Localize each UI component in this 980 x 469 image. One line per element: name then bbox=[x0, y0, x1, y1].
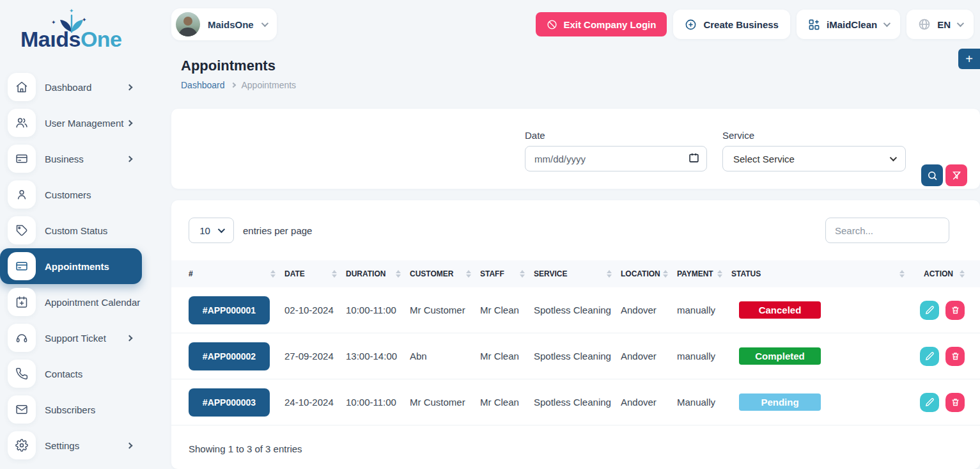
delete-button[interactable] bbox=[945, 393, 965, 412]
service-select[interactable]: Select Service bbox=[722, 146, 906, 171]
table-row: #APP000003 24-10-2024 10:00-11:00 Mr Cus… bbox=[171, 379, 980, 425]
tag-icon bbox=[8, 216, 36, 244]
delete-button[interactable] bbox=[945, 347, 965, 366]
sidebar-item-business[interactable]: Business bbox=[0, 141, 142, 177]
edit-button[interactable] bbox=[920, 347, 939, 366]
column-header[interactable]: DURATION bbox=[346, 269, 385, 278]
sort-icon[interactable] bbox=[899, 270, 905, 278]
cell-date: 24-10-2024 bbox=[284, 397, 346, 408]
appointment-id-badge[interactable]: #APP000001 bbox=[189, 296, 270, 324]
chevron-right-icon bbox=[127, 442, 133, 449]
column-header[interactable]: ACTION bbox=[924, 269, 953, 278]
table-controls: 10 entries per page bbox=[171, 218, 980, 243]
headset-icon bbox=[8, 324, 36, 352]
sidebar-item-dashboard[interactable]: Dashboard bbox=[0, 69, 142, 105]
cell-customer: Mr Customer bbox=[410, 305, 480, 315]
brand-logo[interactable]: MaıdsOne ✦ ✦ ✦ bbox=[0, 6, 163, 58]
sidebar-item-appointment-calendar[interactable]: Appointment Calendar bbox=[0, 284, 142, 320]
appointment-id-badge[interactable]: #APP000002 bbox=[189, 342, 270, 370]
sort-icon[interactable] bbox=[332, 270, 337, 278]
sidebar-item-label: Subscribers bbox=[45, 404, 95, 415]
cell-duration: 13:00-14:00 bbox=[346, 351, 410, 362]
column-header[interactable]: DATE bbox=[284, 269, 305, 278]
cell-location: Andover bbox=[621, 305, 677, 315]
sidebar-item-label: Custom Status bbox=[45, 225, 107, 236]
date-label: Date bbox=[525, 130, 707, 141]
sidebar-item-label: Settings bbox=[45, 440, 79, 451]
chevron-down-icon bbox=[261, 20, 268, 27]
sort-icon[interactable] bbox=[520, 270, 525, 278]
cell-customer: Mr Customer bbox=[410, 397, 480, 408]
sort-icon[interactable] bbox=[717, 270, 722, 278]
cell-service: Spotless Cleaning bbox=[534, 305, 621, 315]
cell-date: 27-09-2024 bbox=[284, 351, 346, 362]
column-header[interactable]: STATUS bbox=[731, 269, 761, 278]
app-root: MaıdsOne ✦ ✦ ✦ Dashboard User Management… bbox=[0, 0, 980, 469]
search-icon bbox=[927, 170, 938, 181]
entries-per-page-label: entries per page bbox=[243, 225, 312, 236]
status-badge: Canceled bbox=[739, 301, 821, 319]
sidebar-item-label: Support Ticket bbox=[45, 333, 106, 344]
column-header[interactable]: PAYMENT bbox=[677, 269, 713, 278]
cell-customer: Abn bbox=[410, 351, 480, 362]
status-badge: Completed bbox=[739, 347, 821, 365]
appointments-icon bbox=[8, 252, 36, 280]
create-business-button[interactable]: Create Business bbox=[673, 10, 790, 39]
credit-card-icon bbox=[8, 145, 36, 173]
column-header[interactable]: LOCATION bbox=[621, 269, 660, 278]
breadcrumb-dashboard-link[interactable]: Dashboard bbox=[181, 80, 225, 90]
exit-company-login-button[interactable]: Exit Company Login bbox=[536, 12, 667, 36]
sidebar-item-subscribers[interactable]: Subscribers bbox=[0, 392, 142, 427]
sort-icon[interactable] bbox=[466, 270, 471, 278]
chevron-right-icon bbox=[127, 84, 133, 90]
user-photo-avatar bbox=[176, 12, 200, 36]
sidebar-item-custom-status[interactable]: Custom Status bbox=[0, 212, 142, 248]
edit-button[interactable] bbox=[920, 301, 939, 320]
appointments-table-card: 10 entries per page # DATE DURATION CUST… bbox=[171, 200, 980, 469]
column-header[interactable]: CUSTOMER bbox=[410, 269, 453, 278]
sort-icon[interactable] bbox=[396, 270, 401, 278]
add-appointment-button[interactable]: + bbox=[958, 49, 980, 69]
sidebar-item-customers[interactable]: Customers bbox=[0, 177, 142, 212]
page-size-select[interactable]: 10 bbox=[189, 218, 234, 243]
sidebar-item-contacts[interactable]: Contacts bbox=[0, 356, 142, 392]
appointment-id-badge[interactable]: #APP000003 bbox=[189, 388, 270, 417]
filter-search-button[interactable] bbox=[921, 164, 943, 186]
user-icon bbox=[8, 180, 36, 209]
column-header[interactable]: SERVICE bbox=[534, 269, 567, 278]
chevron-right-icon bbox=[127, 335, 133, 341]
language-menu[interactable]: EN bbox=[906, 10, 974, 39]
date-input[interactable] bbox=[525, 146, 707, 171]
breadcrumb: Dashboard Appointments bbox=[181, 80, 962, 90]
sidebar-item-settings[interactable]: Settings bbox=[0, 427, 142, 463]
ban-icon bbox=[547, 19, 557, 30]
phone-icon bbox=[8, 360, 36, 388]
sort-icon[interactable] bbox=[960, 270, 965, 278]
sidebar-item-support-ticket[interactable]: Support Ticket bbox=[0, 320, 142, 356]
cell-staff: Mr Clean bbox=[480, 397, 534, 408]
column-header[interactable]: STAFF bbox=[480, 269, 504, 278]
sort-icon[interactable] bbox=[270, 270, 276, 278]
page-head: Appointments Dashboard Appointments + bbox=[163, 49, 980, 90]
calendar-icon bbox=[8, 288, 36, 316]
sort-icon[interactable] bbox=[607, 270, 612, 278]
chevron-right-icon bbox=[127, 155, 133, 162]
delete-button[interactable] bbox=[945, 301, 965, 320]
breadcrumb-current: Appointments bbox=[242, 80, 297, 90]
sort-icon[interactable] bbox=[663, 270, 668, 278]
filter-clear-button[interactable] bbox=[945, 164, 967, 186]
calendar-icon[interactable] bbox=[688, 152, 699, 163]
chevron-down-icon bbox=[883, 20, 891, 27]
cell-duration: 10:00-11:00 bbox=[346, 397, 410, 408]
table-search-input[interactable] bbox=[825, 218, 949, 243]
sidebar-item-appointments[interactable]: Appointments bbox=[0, 248, 142, 284]
chevron-right-icon bbox=[230, 83, 235, 88]
sidebar-item-label: Appointment Calendar bbox=[45, 297, 140, 308]
sidebar-item-user-management[interactable]: User Management bbox=[0, 105, 142, 141]
sidebar-nav: Dashboard User Management Business Custo… bbox=[0, 69, 163, 463]
user-menu[interactable]: MaidsOne bbox=[171, 8, 277, 40]
cell-location: Andover bbox=[621, 351, 677, 362]
business-selector-menu[interactable]: iMaidClean bbox=[797, 10, 900, 39]
edit-button[interactable] bbox=[920, 393, 939, 412]
column-header[interactable]: # bbox=[189, 269, 193, 278]
